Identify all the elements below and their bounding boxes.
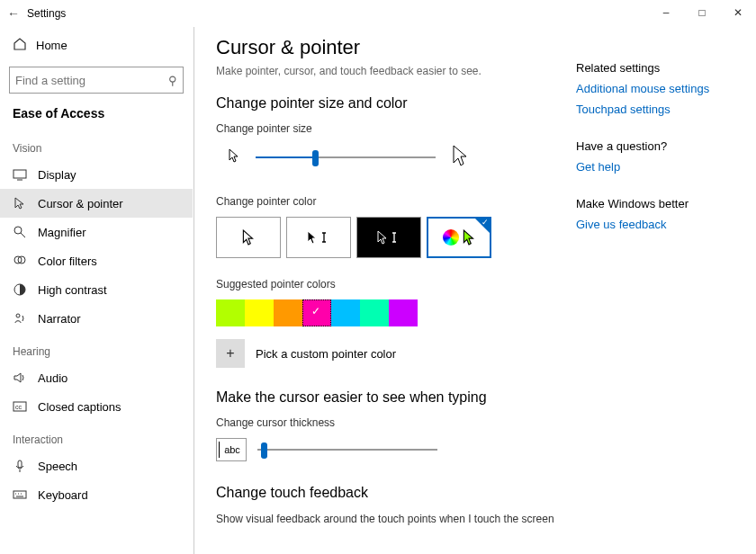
color-swatch[interactable] [389, 299, 418, 326]
section-cursor: Make the cursor easier to see when typin… [216, 389, 576, 406]
sidebar: Home ⚲ Ease of Access Vision Display Cur… [0, 27, 194, 554]
back-button[interactable]: ← [0, 6, 27, 21]
sidebar-item-narrator[interactable]: Narrator [0, 304, 193, 333]
sidebar-item-magnifier[interactable]: Magnifier [0, 218, 193, 246]
sidebar-item-label: Color filters [38, 255, 97, 268]
search-box[interactable]: ⚲ [9, 67, 184, 94]
home-button[interactable]: Home [0, 29, 193, 61]
suggested-colors-row: ✓ [216, 299, 576, 326]
sidebar-item-speech[interactable]: Speech [0, 451, 193, 480]
svg-point-7 [16, 314, 20, 317]
sidebar-item-label: Narrator [38, 312, 81, 326]
thickness-preview: abc [216, 438, 247, 461]
large-cursor-icon [452, 144, 468, 170]
sidebar-category: Ease of Access [0, 103, 193, 130]
section-size-color: Change pointer size and color [216, 95, 576, 112]
cursor-thickness-slider[interactable] [257, 441, 437, 459]
color-swatch[interactable] [274, 299, 302, 326]
titlebar: ← Settings – □ ✕ [0, 0, 756, 27]
svg-rect-10 [18, 460, 22, 468]
sidebar-group-interaction: Interaction [0, 421, 193, 451]
maximize-button[interactable]: □ [684, 0, 720, 25]
link-touchpad-settings[interactable]: Touchpad settings [576, 103, 747, 116]
search-icon: ⚲ [168, 74, 177, 87]
color-swatch[interactable]: ✓ [302, 299, 331, 326]
question-heading: Have a question? [576, 139, 747, 153]
touch-description: Show visual feedback around the touch po… [216, 512, 576, 527]
color-swatch[interactable] [360, 299, 389, 326]
keyboard-icon [13, 487, 27, 502]
window-controls: – □ ✕ [648, 0, 756, 25]
sidebar-item-color-filters[interactable]: Color filters [0, 246, 193, 275]
svg-text:cc: cc [15, 404, 22, 410]
sidebar-item-keyboard[interactable]: Keyboard [0, 480, 193, 509]
page-title: Cursor & pointer [216, 36, 576, 59]
narrator-icon [13, 311, 27, 326]
page-subtitle: Make pointer, cursor, and touch feedback… [216, 65, 576, 77]
checkmark-icon: ✓ [311, 305, 320, 317]
sidebar-item-label: Magnifier [38, 226, 86, 239]
cursor-icon [13, 196, 27, 210]
pointer-color-inverted[interactable] [356, 217, 421, 258]
feedback-heading: Make Windows better [576, 197, 747, 210]
speech-icon [13, 459, 27, 473]
window-title: Settings [27, 7, 66, 20]
sidebar-item-closed-captions[interactable]: cc Closed captions [0, 392, 193, 421]
link-get-help[interactable]: Get help [576, 160, 747, 174]
sidebar-item-cursor-pointer[interactable]: Cursor & pointer [0, 189, 193, 218]
label-pointer-color: Change pointer color [216, 195, 576, 208]
sidebar-item-high-contrast[interactable]: High contrast [0, 275, 193, 304]
label-cursor-thickness: Change cursor thickness [216, 416, 576, 429]
pick-custom-color-label: Pick a custom pointer color [256, 347, 396, 361]
related-settings-heading: Related settings [576, 61, 747, 75]
link-give-feedback[interactable]: Give us feedback [576, 218, 747, 231]
minimize-button[interactable]: – [648, 0, 684, 25]
svg-rect-0 [14, 170, 26, 178]
magnifier-icon [13, 225, 27, 239]
label-suggested-colors: Suggested pointer colors [216, 278, 576, 290]
sidebar-item-label: Cursor & pointer [38, 197, 123, 210]
color-swatch[interactable] [245, 299, 274, 326]
audio-icon [13, 371, 27, 385]
pointer-size-slider[interactable] [256, 148, 436, 166]
section-touch: Change touch feedback [216, 485, 576, 501]
search-input[interactable] [15, 74, 168, 87]
sidebar-item-label: High contrast [38, 283, 107, 297]
pointer-color-custom[interactable]: ✓ [427, 217, 491, 258]
sidebar-item-label: Keyboard [38, 488, 88, 502]
right-column: Related settings Additional mouse settin… [576, 36, 747, 554]
pointer-color-black[interactable] [286, 217, 351, 258]
display-icon [13, 167, 27, 182]
sidebar-group-hearing: Hearing [0, 333, 193, 363]
color-swatch[interactable] [216, 299, 245, 326]
rainbow-icon [443, 229, 459, 246]
small-cursor-icon [229, 148, 239, 165]
home-label: Home [36, 39, 68, 52]
sidebar-group-vision: Vision [0, 130, 193, 160]
home-icon [13, 37, 27, 54]
main-content: Cursor & pointer Make pointer, cursor, a… [216, 36, 576, 554]
label-pointer-size: Change pointer size [216, 122, 576, 135]
high-contrast-icon [13, 282, 27, 297]
svg-point-2 [14, 227, 22, 234]
pick-custom-color-button[interactable]: + [216, 339, 245, 368]
sidebar-item-label: Audio [38, 371, 68, 385]
color-filters-icon [13, 254, 27, 268]
sidebar-item-display[interactable]: Display [0, 160, 193, 189]
sidebar-item-label: Display [38, 168, 76, 182]
sidebar-item-label: Closed captions [38, 400, 122, 414]
svg-rect-12 [14, 491, 26, 498]
color-swatch[interactable] [331, 299, 360, 326]
link-additional-mouse-settings[interactable]: Additional mouse settings [576, 82, 747, 95]
svg-line-3 [21, 233, 25, 237]
sidebar-item-audio[interactable]: Audio [0, 363, 193, 392]
closed-captions-icon: cc [13, 399, 27, 414]
close-button[interactable]: ✕ [720, 0, 756, 25]
pointer-color-white[interactable] [216, 217, 281, 258]
sidebar-item-label: Speech [38, 460, 77, 473]
checkmark-icon: ✓ [482, 218, 489, 227]
